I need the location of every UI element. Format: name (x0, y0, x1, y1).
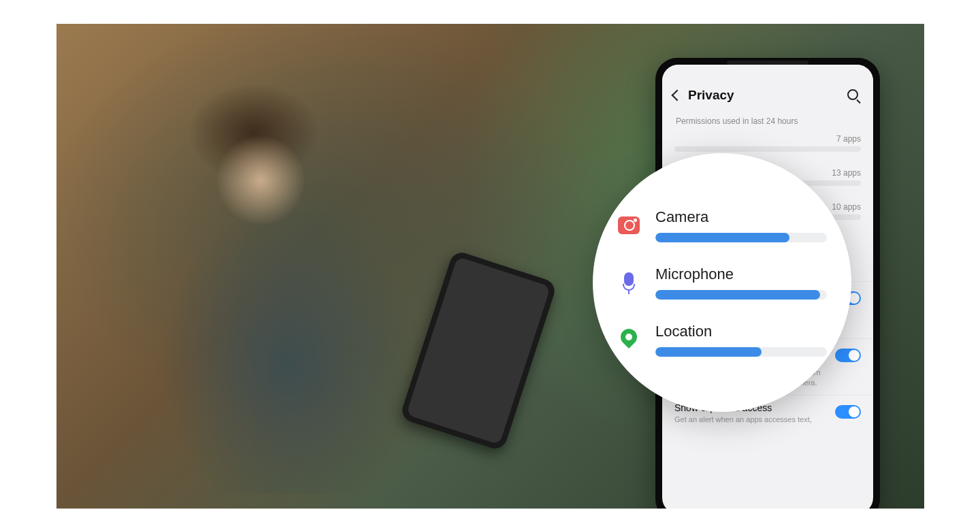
magnified-label: Camera (655, 208, 827, 226)
magnified-bar-bg (655, 290, 827, 300)
page-title: Privacy (688, 88, 734, 103)
magnified-label: Location (655, 323, 827, 340)
toggle-switch[interactable] (835, 405, 861, 419)
back-icon[interactable] (672, 90, 683, 101)
toggle-switch[interactable] (835, 349, 861, 362)
permission-row-camera[interactable]: 7 apps (674, 134, 861, 152)
magnified-bar-bg (655, 347, 827, 357)
magnified-row-camera: Camera (617, 208, 827, 242)
magnified-bar-fill (655, 233, 789, 242)
location-icon (617, 328, 640, 351)
magnified-bar-fill (655, 347, 762, 357)
camera-icon (617, 214, 640, 237)
screen-header: Privacy (662, 65, 873, 112)
permission-bar (674, 146, 861, 152)
magnified-bar-bg (655, 233, 827, 242)
header-left: Privacy (673, 88, 734, 103)
magnified-row-location: Location (617, 323, 827, 357)
section-label: Permissions used in last 24 hours (662, 112, 873, 131)
search-icon[interactable] (847, 89, 860, 101)
magnified-row-microphone: Microphone (617, 266, 827, 300)
promo-canvas: Privacy Permissions used in last 24 hour… (56, 24, 924, 509)
microphone-icon (617, 271, 640, 294)
setting-desc: Get an alert when an apps accesses text, (674, 415, 827, 425)
magnified-label: Microphone (655, 266, 827, 283)
magnified-bar-fill (655, 290, 820, 300)
magnifier-overlay: Camera Microphone (593, 153, 851, 412)
permission-count: 7 apps (674, 134, 861, 144)
